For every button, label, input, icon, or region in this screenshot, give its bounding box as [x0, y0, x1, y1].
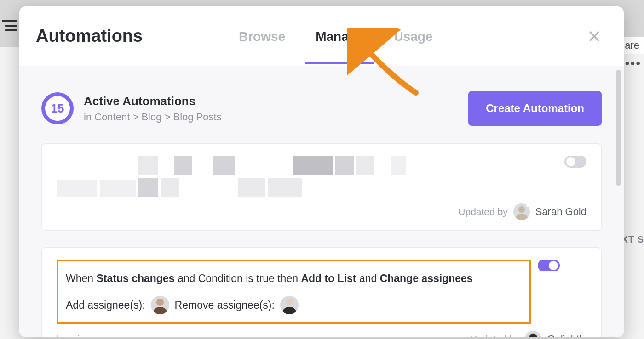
automations-modal: Automations Browse Manage Usage 15 Activ… — [19, 6, 624, 337]
create-automation-button[interactable]: Create Automation — [468, 91, 602, 126]
updated-by: Updated by Golightly — [470, 331, 586, 337]
summary-row: 15 Active Automations in Content > Blog … — [41, 91, 602, 126]
avatar — [151, 296, 169, 314]
modal-header: Automations Browse Manage Usage — [19, 6, 624, 66]
svg-point-4 — [286, 299, 293, 306]
tab-usage[interactable]: Usage — [391, 9, 435, 63]
close-icon — [587, 29, 601, 43]
scrollbar-thumb[interactable] — [616, 70, 621, 186]
tab-browse[interactable]: Browse — [236, 9, 288, 63]
highlighted-rule: When Status changes and Condition is tru… — [57, 260, 531, 324]
hamburger-icon — [2, 20, 17, 34]
active-count-badge: 15 — [41, 92, 74, 124]
redacted-content — [57, 156, 558, 197]
tabs: Browse Manage Usage — [236, 9, 435, 63]
automation-name: blog image — [57, 333, 104, 337]
avatar — [525, 331, 541, 337]
updated-by: Updated by Sarah Gold — [458, 203, 586, 220]
modal-body: 15 Active Automations in Content > Blog … — [19, 66, 624, 337]
avatar — [513, 203, 530, 220]
modal-title: Automations — [36, 26, 143, 46]
rule-description: When Status changes and Condition is tru… — [66, 270, 522, 288]
more-icon: ••• — [625, 56, 641, 71]
svg-point-2 — [518, 206, 525, 213]
updater-name: Sarah Gold — [535, 206, 586, 218]
automation-toggle[interactable] — [538, 260, 560, 271]
automation-card[interactable]: Updated by Sarah Gold — [41, 143, 602, 231]
avatar — [280, 296, 299, 314]
automation-card[interactable]: When Status changes and Condition is tru… — [41, 247, 602, 337]
tab-manage[interactable]: Manage — [313, 9, 366, 63]
updater-name: Golightly — [547, 333, 586, 337]
breadcrumb: in Content > Blog > Blog Posts — [84, 111, 222, 123]
svg-point-3 — [156, 299, 164, 306]
close-button[interactable] — [585, 27, 604, 45]
automation-toggle[interactable] — [564, 156, 586, 168]
active-automations-title: Active Automations — [84, 94, 222, 108]
assignee-changes: Add assignee(s): Remove assignee(s): — [66, 296, 522, 314]
